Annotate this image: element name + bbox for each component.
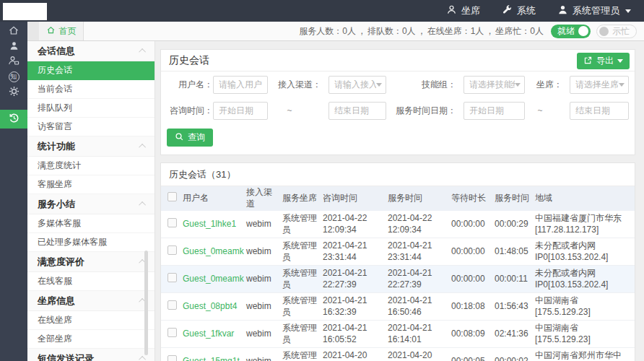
guest-name-link[interactable]: Guest_15mq1t (183, 356, 240, 361)
row-checkbox[interactable] (167, 245, 177, 255)
sidebar-item-all-agents[interactable]: 全部坐席 (27, 330, 155, 349)
sidebar-item-queue-list[interactable]: 排队队列 (27, 99, 155, 118)
service-start-date-input[interactable] (464, 102, 525, 120)
cell-region: 未分配或者内网IP0[103.153.202.4] (535, 268, 635, 290)
sidebar-section-statistics[interactable]: 统计功能 (27, 136, 155, 157)
export-button[interactable]: 导出 (577, 53, 630, 69)
sidebar-section-satisfaction-review[interactable]: 满意度评价 (27, 252, 155, 272)
sidebar-item-agent-service[interactable]: 客服坐席 (27, 175, 155, 194)
channel-select[interactable]: 请输入接入渠 (328, 76, 386, 94)
stat-separator: ， (485, 25, 494, 38)
cell-wait: 00:00:00 (451, 274, 495, 285)
row-checkbox[interactable] (167, 300, 177, 310)
topnav-admin-label: 系统管理员 (573, 4, 619, 17)
filter-row-2: 咨询时间： ~ 服务时间日期： ~ (161, 97, 635, 123)
agent-icon (446, 4, 457, 17)
status-bar: 服务人数：0人 ， 排队数：0人 ， 在线坐席：1人 ， 坐席忙：0人 就绪 示… (299, 22, 644, 40)
sidebar-item-visitor-messages[interactable]: 访客留言 (27, 118, 155, 136)
row-checkbox[interactable] (167, 355, 177, 361)
skill-group-select[interactable]: 请选择技能组 (464, 76, 525, 94)
table-row: Guest_1lhke1 webim 系统管理员 2021-04-2212:09… (161, 211, 635, 238)
username-input[interactable] (213, 76, 268, 94)
topnav-agent[interactable]: 坐席 (446, 4, 480, 17)
sidebar-item-satisfaction-stats[interactable]: 满意度统计 (27, 157, 155, 175)
sidebar-scrollbar[interactable] (144, 251, 148, 355)
sidebar-item-online-service[interactable]: 在线客服 (27, 272, 155, 291)
search-button[interactable]: 查询 (167, 129, 213, 147)
row-checkbox[interactable] (167, 218, 177, 227)
sidebar-item-current-sessions[interactable]: 当前会话 (27, 80, 155, 99)
guest-name-link[interactable]: Guest_1lhke1 (183, 219, 236, 229)
rail-settings[interactable] (0, 84, 27, 100)
sidebar-item-processed-multimedia[interactable]: 已处理多媒体客服 (27, 233, 155, 252)
rail-home[interactable] (0, 24, 27, 39)
search-button-label: 查询 (188, 131, 205, 144)
cell-service-time: 2021-04-2122:27:39 (388, 268, 451, 290)
row-checkbox[interactable] (167, 273, 177, 282)
select-all-checkbox[interactable] (167, 192, 177, 201)
sidebar-item-online-agents[interactable]: 在线坐席 (27, 311, 155, 330)
sidebar-section-session-info[interactable]: 会话信息 (27, 41, 155, 61)
topnav-system[interactable]: 系统 (502, 4, 536, 17)
row-checkbox[interactable] (167, 328, 177, 337)
cell-channel: webim (246, 219, 282, 230)
tab-home[interactable]: 首页 (39, 22, 84, 40)
cell-agent: 系统管理员 (282, 268, 323, 290)
export-button-label: 导出 (596, 55, 614, 67)
cell-wait: 00:18:08 (451, 301, 495, 313)
consult-time-label: 咨询时间： (167, 105, 213, 117)
main-content: 历史会话 导出 用户名： 接入渠道： 请输入接入渠 技能组： 请选择技能组 坐席… (155, 41, 644, 361)
home-tab-icon (46, 25, 56, 37)
export-icon (583, 56, 593, 67)
chevron-up-icon (139, 48, 146, 56)
skill-group-label: 技能组： (386, 79, 464, 91)
rail-history[interactable] (0, 110, 27, 129)
ready-toggle[interactable]: 就绪 (551, 25, 591, 38)
cell-agent: 系统管理员 (282, 213, 323, 235)
consult-start-date-input[interactable] (213, 102, 268, 120)
header-region: 地域 (535, 193, 635, 204)
guest-name-link[interactable]: Guest_0meamk (183, 274, 244, 284)
guest-name-link[interactable]: Guest_08pbt4 (183, 301, 237, 311)
ready-toggle-label: 就绪 (557, 25, 575, 38)
sidebar-item-history-sessions[interactable]: 历史会话 (27, 61, 155, 80)
topnav: 坐席 系统 系统管理员 (446, 4, 644, 17)
chevron-down-icon (619, 83, 625, 87)
rail-agent-card[interactable] (0, 54, 27, 69)
cell-agent: 系统管理员 (282, 350, 323, 361)
rail-user[interactable] (0, 39, 27, 54)
header-wait-duration: 等待时长 (451, 193, 495, 204)
chevron-up-icon (139, 201, 146, 209)
header-service-agent: 服务坐席 (282, 193, 323, 204)
chevron-up-icon (139, 356, 146, 361)
cell-wait: 00:00:00 (451, 219, 495, 230)
guest-name-link[interactable]: Guest_1fkvar (183, 329, 234, 339)
channel-label: 接入渠道： (268, 79, 328, 91)
header-channel: 接入渠道 (246, 187, 282, 209)
consult-end-date-input[interactable] (328, 102, 386, 120)
sidebar-item-multimedia-service[interactable]: 多媒体客服 (27, 214, 155, 233)
cell-agent: 系统管理员 (282, 295, 323, 318)
cell-duration: 02:41:36 (495, 329, 535, 340)
table-row: Guest_0meamk webim 系统管理员 2021-04-2123:31… (161, 238, 635, 266)
sidebar-section-agent-info[interactable]: 坐席信息 (27, 291, 155, 311)
agent-select[interactable]: 请选择坐席 (570, 76, 629, 94)
guest-name-link[interactable]: Guest_0meamk (183, 246, 244, 256)
range-tilde: ~ (268, 105, 328, 116)
tab-strip: 首页 服务人数：0人 ， 排队数：0人 ， 在线坐席：1人 ， 坐席忙：0人 就… (27, 22, 644, 41)
topnav-admin-menu[interactable]: 系统管理员 (557, 4, 631, 17)
stat-online-agents: 在线坐席：1人 (427, 25, 484, 38)
sidebar-section-service-summary[interactable]: 服务小结 (27, 194, 155, 214)
range-tilde: ~ (525, 105, 570, 116)
topnav-system-label: 系统 (517, 4, 536, 17)
sidebar-section-sms-records[interactable]: 短信发送记录 (27, 349, 155, 361)
icon-rail: 知 (0, 22, 27, 361)
service-end-date-input[interactable] (570, 102, 629, 120)
busy-toggle[interactable]: 示忙 (596, 25, 637, 38)
page-title: 历史会话 (169, 54, 209, 67)
chevron-down-icon (515, 83, 521, 87)
cell-consult-time: 2021-04-2122:27:39 (323, 268, 388, 290)
rail-knowledge[interactable]: 知 (0, 69, 27, 84)
sidebar: 会话信息 历史会话 当前会话 排队队列 访客留言 统计功能 满意度统计 客服坐席… (27, 41, 155, 361)
agent-label: 坐席： (525, 79, 570, 91)
